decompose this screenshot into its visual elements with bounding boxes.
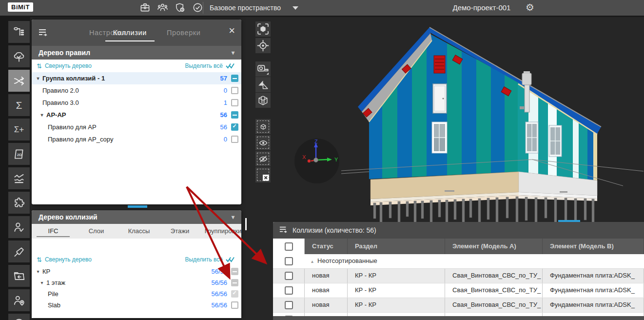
collision-tab-Группировки[interactable]: Группировки <box>200 224 241 239</box>
sidebar-item-user-check[interactable] <box>8 216 30 238</box>
column-header[interactable]: Статус <box>305 239 348 254</box>
tab-checks[interactable]: Проверки <box>167 29 200 37</box>
collision-tab-Классы[interactable]: Классы <box>119 224 158 239</box>
tree-row[interactable]: Pile56/56 <box>32 288 241 300</box>
column-header[interactable]: Элемент (Модель A) <box>445 239 543 254</box>
tree-row-checkbox[interactable] <box>231 99 238 106</box>
tree-row[interactable]: ▾1 этаж56/56 <box>32 277 241 288</box>
table-resize-handle[interactable] <box>558 220 580 222</box>
rules-tree-title: Дерево правил <box>39 49 90 57</box>
collision-row[interactable]: новаяКР - КРСвая_Винтовая_СВС_по_ТУ_Фунд… <box>273 283 644 298</box>
tree-row[interactable]: Правило для АР_copy0 <box>32 133 241 145</box>
tree-row[interactable]: Правило 2.00 <box>32 84 241 97</box>
group-collapse-icon[interactable]: ▴ <box>311 259 313 264</box>
collapse-tree-icon[interactable]: ⇅ <box>37 62 42 70</box>
table-group-row[interactable]: ▴Неотсортированные <box>273 254 644 269</box>
row-checkbox[interactable] <box>285 272 293 280</box>
tree-row[interactable]: ▾Группа коллизий - 157 <box>32 72 241 84</box>
row-checkbox[interactable] <box>285 301 293 309</box>
collapse-tree-icon[interactable]: ⇅ <box>37 256 42 263</box>
sidebar-item-charts[interactable] <box>8 167 30 189</box>
sidebar-item-model-structure[interactable] <box>8 21 30 43</box>
table-scrollbar[interactable] <box>273 316 644 320</box>
sidebar-item-sigma-plus[interactable]: Σ+ <box>8 119 30 140</box>
collapse-tree-link[interactable]: Свернуть дерево <box>45 256 92 263</box>
double-check-icon[interactable] <box>226 63 236 69</box>
viewport-tool-hide-selection[interactable] <box>255 151 271 166</box>
check-circle-icon[interactable] <box>192 2 203 13</box>
select-all-checkbox[interactable] <box>285 242 293 251</box>
sidebar-item-sigma[interactable]: Σ <box>8 94 30 116</box>
nav-gizmo: Z Y X <box>294 139 339 183</box>
settings-gear-icon[interactable]: ⚙ <box>526 1 534 13</box>
tree-row-label: Pile <box>48 290 59 298</box>
sidebar-item-trowel[interactable] <box>8 240 30 262</box>
tree-caret-icon[interactable]: ▾ <box>39 280 45 285</box>
viewport-tool-clear-selection[interactable] <box>255 167 271 182</box>
rules-tree-body: ⇅ Свернуть дерево Выделить всё ▾Группа к… <box>32 60 241 204</box>
tree-row[interactable]: ▾КР56/56 <box>32 266 241 277</box>
row-checkbox[interactable] <box>285 286 293 295</box>
top-bar-separator <box>203 2 203 14</box>
element-a-cell: Свая_Винтовая_СВС_по_ТУ_ <box>445 283 543 298</box>
collision-tree-section-bar[interactable]: Дерево коллизий ▾ <box>32 210 241 224</box>
tree-row-checkbox[interactable] <box>231 75 238 82</box>
tree-row[interactable]: Slab56/56 <box>32 300 241 311</box>
briefcase-icon[interactable] <box>139 2 151 13</box>
sidebar-item-folder-export[interactable] <box>8 265 30 287</box>
workspace-selector[interactable]: Базовое пространство <box>210 4 281 12</box>
panel-collapse-icon[interactable] <box>38 28 48 39</box>
tree-row-checkbox[interactable] <box>231 123 238 131</box>
sidebar-item-tree[interactable] <box>8 45 30 67</box>
panel-resize-handle[interactable] <box>128 205 147 208</box>
tree-row-checkbox[interactable] <box>231 87 238 94</box>
select-all-link[interactable]: Выделить всё <box>185 256 223 263</box>
sidebar-item-user-pin[interactable] <box>8 289 30 311</box>
tree-row[interactable]: Правило для АР56 <box>32 121 241 133</box>
viewport-tool-isolate-selection[interactable] <box>255 119 271 134</box>
collision-row[interactable]: новаяКР - КРСвая_Винтовая_СВС_по_ТУ_Фунд… <box>273 298 644 313</box>
row-checkbox[interactable] <box>285 257 293 265</box>
section-caret-icon[interactable]: ▾ <box>232 46 234 60</box>
shield-clock-icon[interactable] <box>175 2 186 13</box>
viewport-tool-measure[interactable] <box>255 61 271 77</box>
sidebar-item-collisions[interactable] <box>8 70 30 92</box>
column-header[interactable]: Раздел <box>348 239 445 254</box>
close-icon[interactable]: × <box>229 25 235 36</box>
viewport-tool-zoom-selection[interactable] <box>255 21 271 37</box>
viewport-tool-show-selection[interactable] <box>255 135 271 150</box>
collapse-tree-link[interactable]: Свернуть дерево <box>45 62 92 69</box>
tree-row-checkbox[interactable] <box>231 301 238 309</box>
sidebar-item-globe[interactable] <box>8 314 30 320</box>
viewport-tool-locate[interactable] <box>255 38 271 53</box>
tree-row-checkbox[interactable] <box>231 290 238 298</box>
table-menu-icon[interactable] <box>279 226 288 235</box>
collision-tab-Этажи[interactable]: Этажи <box>162 224 197 239</box>
tab-collisions[interactable]: Коллизии <box>113 29 147 37</box>
tree-caret-icon[interactable]: ▾ <box>35 269 41 274</box>
tree-row-checkbox[interactable] <box>231 136 238 143</box>
team-icon[interactable] <box>157 2 168 13</box>
collision-row[interactable]: новаяКР - КРСвая_Винтовая_СВС_по_ТУ_Фунд… <box>273 269 644 283</box>
tree-row-checkbox[interactable] <box>231 268 238 275</box>
house-windows <box>432 122 562 157</box>
tree-row-checkbox[interactable] <box>231 111 238 119</box>
viewport-tool-section-plane[interactable] <box>255 77 271 92</box>
workspace-caret-icon[interactable] <box>293 6 298 10</box>
sidebar-item-plugins[interactable] <box>8 192 30 214</box>
double-check-icon[interactable] <box>226 257 236 262</box>
panel-divider-handle[interactable] <box>245 218 247 230</box>
collision-tab-IFC[interactable]: IFC <box>37 224 70 239</box>
select-all-link[interactable]: Выделить всё <box>185 62 223 69</box>
tree-row[interactable]: Правило 3.01 <box>32 97 241 109</box>
sidebar-item-2d-doc[interactable]: 2D <box>8 143 30 165</box>
tree-row[interactable]: ▾АР-АР56 <box>32 109 241 121</box>
tree-row-checkbox[interactable] <box>231 279 238 286</box>
viewport-tool-section-box[interactable] <box>255 93 271 108</box>
column-header[interactable]: Элемент (Модель B) <box>543 239 644 254</box>
tree-caret-icon[interactable]: ▾ <box>39 112 45 118</box>
collision-tab-Слои[interactable]: Слои <box>78 224 115 239</box>
rules-tree-section-bar[interactable]: Дерево правил ▾ <box>32 46 241 60</box>
tree-caret-icon[interactable]: ▾ <box>35 76 41 81</box>
section-caret-icon[interactable]: ▾ <box>232 210 234 224</box>
